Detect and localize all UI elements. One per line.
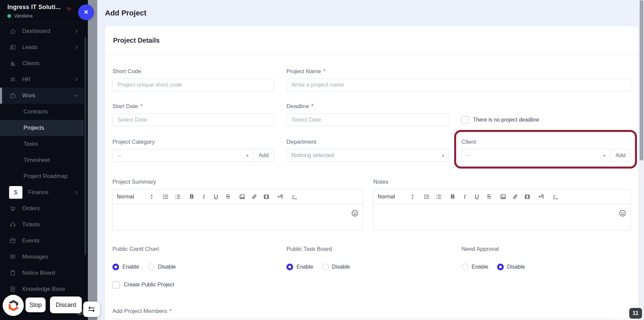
taskboard-enable-radio[interactable]: Enable: [286, 264, 313, 270]
insert-link-icon[interactable]: [251, 193, 258, 200]
bold-button[interactable]: B: [449, 193, 456, 200]
client-select[interactable]: -- ▾: [462, 149, 610, 162]
approval-disable-radio[interactable]: Disable: [497, 264, 525, 270]
project-summary-textarea[interactable]: [113, 204, 363, 230]
client-label: Client: [462, 139, 631, 145]
chat-icon: [9, 253, 16, 261]
editor-toolbar: Normal B I U: [113, 189, 363, 204]
dollar-icon: $: [9, 186, 22, 199]
italic-button[interactable]: I: [462, 193, 468, 200]
insert-video-icon[interactable]: [524, 193, 531, 200]
picker-arrows-icon: [150, 194, 154, 199]
text-direction-icon[interactable]: [538, 193, 545, 200]
approval-enable-radio[interactable]: Enable: [462, 264, 488, 270]
people-icon: [9, 76, 16, 83]
strikethrough-button[interactable]: S: [225, 193, 231, 200]
add-category-button[interactable]: Add: [253, 149, 274, 162]
calendar-icon: [9, 237, 16, 244]
sidebar-subitem-timesheet[interactable]: Timesheet: [0, 152, 84, 168]
ordered-list-icon[interactable]: [423, 193, 430, 200]
strikethrough-button[interactable]: S: [486, 193, 492, 200]
sidebar-item-leads[interactable]: Leads: [0, 39, 84, 55]
emoji-icon[interactable]: [619, 209, 627, 217]
underline-button[interactable]: U: [474, 193, 480, 200]
start-date-label: Start Date: [112, 103, 138, 110]
user-row: Vandana: [7, 13, 77, 18]
sidebar-scrollbar-thumb[interactable]: [85, 37, 86, 255]
bold-button[interactable]: B: [189, 193, 195, 200]
radio-unselected: [462, 264, 468, 270]
clipboard-icon: [9, 269, 16, 277]
bullet-list-icon[interactable]: [174, 193, 181, 200]
project-name-input[interactable]: [286, 79, 631, 91]
svg-text:x: x: [556, 197, 558, 200]
emoji-icon[interactable]: [351, 209, 359, 217]
sidebar-item-hr[interactable]: HR: [0, 72, 84, 88]
add-member-button[interactable]: Add: [610, 319, 631, 320]
italic-button[interactable]: I: [201, 193, 207, 200]
taskboard-disable-radio[interactable]: Disable: [322, 264, 350, 270]
document-icon: [9, 285, 16, 293]
required-asterisk: *: [169, 308, 171, 314]
deadline-input[interactable]: [286, 113, 449, 126]
add-client-button[interactable]: Add: [610, 149, 631, 162]
chevron-down-icon: [74, 94, 78, 98]
user-name: Vandana: [14, 13, 33, 18]
sidebar-subitem-project-roadmap[interactable]: Project Roadmap: [0, 168, 84, 184]
sidebar-item-messages[interactable]: Messages: [0, 249, 84, 265]
required-asterisk: *: [311, 103, 313, 109]
notes-textarea[interactable]: [374, 204, 631, 230]
deadline-field: Deadline *: [286, 103, 449, 126]
sidebar-item-work[interactable]: Work: [0, 88, 84, 104]
text-direction-icon[interactable]: [277, 193, 284, 200]
sidebar-item-events[interactable]: Events: [0, 233, 84, 249]
close-overlay-button[interactable]: ✕: [78, 4, 94, 20]
building-icon: [9, 60, 16, 67]
svg-text:T: T: [292, 194, 294, 199]
chevron-right-icon: [74, 190, 78, 194]
gantt-disable-radio[interactable]: Disable: [148, 264, 176, 270]
insert-link-icon[interactable]: [512, 193, 519, 200]
page-scrollbar-thumb[interactable]: [640, 0, 643, 161]
recorder-logo[interactable]: [3, 295, 24, 316]
project-summary-label: Project Summary: [112, 179, 363, 185]
discard-button[interactable]: Discard: [50, 296, 82, 313]
start-date-input[interactable]: [112, 113, 274, 126]
gantt-enable-radio[interactable]: Enable: [112, 264, 139, 270]
short-code-field: Short Code: [112, 68, 274, 91]
underline-button[interactable]: U: [213, 193, 219, 200]
project-members-select[interactable]: Nothing selected ▾: [112, 319, 610, 320]
svg-text:T: T: [553, 194, 555, 199]
sidebar-item-notice-board[interactable]: Notice Board: [0, 265, 84, 281]
sidebar-item-tickets[interactable]: Tickets: [0, 217, 84, 233]
project-name-field: Project Name *: [286, 68, 631, 91]
headset-icon: [9, 221, 16, 228]
swap-arrows-button[interactable]: [83, 302, 100, 317]
no-deadline-checkbox[interactable]: [462, 116, 469, 124]
short-code-input[interactable]: [112, 79, 274, 91]
page-scrollbar[interactable]: [639, 0, 644, 320]
ordered-list-icon[interactable]: [162, 193, 169, 200]
department-select[interactable]: Nothing selected ▾: [286, 149, 449, 162]
paragraph-format-picker[interactable]: Normal: [378, 194, 415, 200]
sidebar-subitem-contracts[interactable]: Contracts: [0, 104, 84, 120]
sidebar-subitem-projects[interactable]: Projects: [0, 120, 84, 136]
sidebar-item-finance[interactable]: $ Finance: [0, 184, 84, 200]
sidebar-item-orders[interactable]: Orders: [0, 200, 84, 217]
notification-count-badge[interactable]: 11: [629, 308, 642, 319]
sidebar-item-dashboard[interactable]: Dashboard: [0, 23, 84, 39]
bullet-list-icon[interactable]: [435, 193, 442, 200]
sidebar-subitem-tasks[interactable]: Tasks: [0, 136, 84, 152]
insert-video-icon[interactable]: [263, 193, 270, 200]
insert-image-icon[interactable]: [239, 193, 246, 200]
sidebar-item-clients[interactable]: Clients: [0, 55, 84, 72]
notes-field: Notes Normal: [373, 179, 631, 230]
insert-image-icon[interactable]: [500, 193, 506, 200]
clear-formatting-icon[interactable]: Tx: [291, 193, 298, 200]
project-category-select[interactable]: -- ▾: [112, 149, 254, 162]
svg-text:x: x: [295, 197, 297, 200]
create-public-project-checkbox[interactable]: [112, 281, 120, 288]
stop-button[interactable]: Stop: [25, 298, 46, 312]
clear-formatting-icon[interactable]: Tx: [552, 193, 559, 200]
paragraph-format-picker[interactable]: Normal: [117, 194, 154, 200]
